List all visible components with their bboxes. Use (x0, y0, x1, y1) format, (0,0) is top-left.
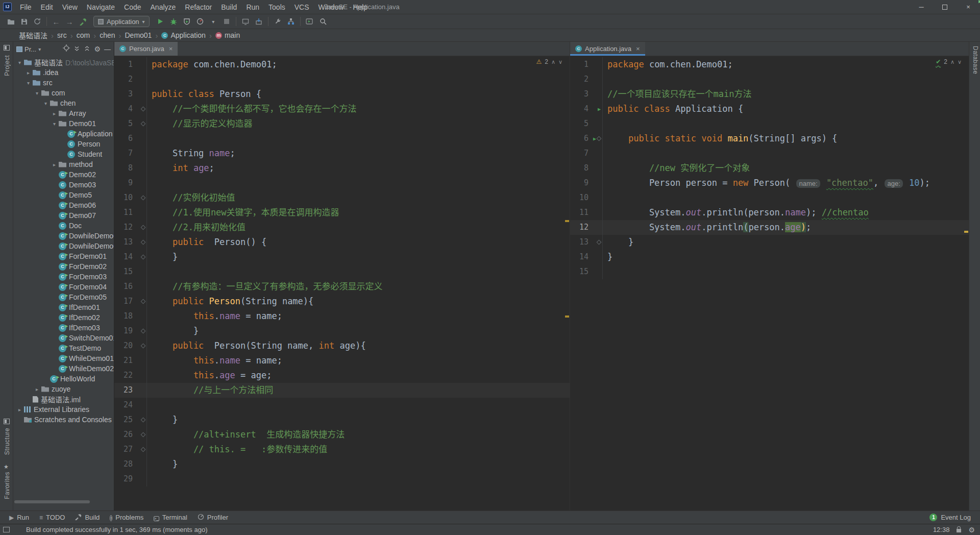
code-line-10[interactable]: 10 //实例化初始值 (114, 190, 570, 205)
toolwindow-button-problems[interactable]: !Problems (110, 514, 143, 521)
hide-panel-icon[interactable]: — (104, 45, 111, 53)
gear-icon[interactable]: ⚙ (94, 45, 101, 53)
chevron-right-icon[interactable]: ▸ (16, 407, 23, 412)
fold-icon[interactable] (135, 235, 147, 250)
fold-icon[interactable] (135, 116, 147, 131)
code-line-16[interactable]: 16 //有参构造：一旦定义了有参构造，无参必须显示定义 (114, 279, 570, 294)
toolwindow-button-run[interactable]: ▶Run (9, 514, 29, 521)
tree-item-TestDemo[interactable]: CTestDemo (13, 343, 114, 353)
code-line-13[interactable]: 13 public Person() { (114, 235, 570, 250)
build-hammer-icon[interactable] (76, 15, 89, 28)
menu-analyze[interactable]: Analyze (146, 0, 181, 14)
code-line-18[interactable]: 18 this.name = name; (114, 309, 570, 324)
code-line-3[interactable]: 3//一个项目应该只存在一个main方法 (570, 87, 969, 102)
breadcrumb-基础语法[interactable]: 基础语法 (17, 30, 49, 40)
code-line-14[interactable]: 14 } (114, 250, 570, 264)
breadcrumb-Application[interactable]: CApplication (160, 31, 207, 39)
toolwindow-switcher-icon[interactable] (3, 527, 10, 532)
project-view-select[interactable]: Pr... ▾ (16, 45, 41, 53)
tree-item-zuoye[interactable]: ▸zuoye (13, 384, 114, 394)
tree-item-WhileDemo01[interactable]: CWhileDemo01 (13, 353, 114, 363)
code-line-4[interactable]: 4 //一个类即使什么都不写，它也会存在一个方法 (114, 102, 570, 116)
code-line-1[interactable]: 1package com.chen.Demo01; (114, 57, 570, 72)
save-icon[interactable] (17, 15, 31, 28)
open-folder-icon[interactable] (4, 15, 17, 28)
menu-build[interactable]: Build (216, 0, 241, 14)
code-line-17[interactable]: 17 public Person(String name){ (114, 294, 570, 309)
code-line-13[interactable]: 13 } (570, 235, 969, 250)
notifications-gear-icon[interactable]: ⚙ (968, 526, 975, 533)
tree-item-ForDemo03[interactable]: CForDemo03 (13, 272, 114, 282)
tree-item-Demo07[interactable]: CDemo07 (13, 210, 114, 221)
code-line-21[interactable]: 21 this.name = name; (114, 353, 570, 368)
code-line-1[interactable]: 1package com.chen.Demo01; (570, 57, 969, 72)
code-line-6[interactable]: 6▶ public static void main(String[] args… (570, 131, 969, 146)
toolwindow-button-terminal[interactable]: >_Terminal (154, 514, 187, 521)
tree-item-ForDemo01[interactable]: CForDemo01 (13, 251, 114, 261)
maximize-icon[interactable] (933, 0, 957, 14)
menu-edit[interactable]: Edit (36, 0, 58, 14)
tree-horizontal-scrollbar[interactable] (14, 500, 90, 503)
tree-item-Application[interactable]: CApplication (13, 129, 114, 139)
person-code-area[interactable]: ⚠ 2 ∧ ∨ 1package com.chen.Demo01;23publi… (114, 56, 570, 510)
run-anything-icon[interactable] (303, 15, 316, 28)
toolwindow-button-todo[interactable]: ≡TODO (39, 514, 65, 521)
code-line-4[interactable]: 4▶public class Application { (570, 102, 969, 116)
code-line-25[interactable]: 25 } (114, 412, 570, 427)
warning-stripe-mark[interactable] (964, 231, 968, 233)
inspection-widget[interactable]: ✔ 2 ∧ ∨ (936, 58, 962, 65)
run-gutter-icon[interactable]: ▶ (591, 131, 603, 146)
tree-item-DowhileDemo01[interactable]: CDowhileDemo01 (13, 231, 114, 241)
code-line-29[interactable]: 29 (114, 472, 570, 487)
lock-icon[interactable] (957, 529, 961, 532)
chevron-down-icon[interactable]: ▾ (25, 80, 32, 86)
wrench-icon[interactable] (271, 15, 284, 28)
forward-icon[interactable]: → (63, 15, 76, 28)
chevron-down-icon[interactable]: ▾ (42, 101, 49, 106)
toolwindow-button-build[interactable]: Build (75, 514, 100, 522)
code-line-3[interactable]: 3public class Person { (114, 87, 570, 102)
back-icon[interactable]: ← (50, 15, 63, 28)
tree-item-Demo01[interactable]: ▾Demo01 (13, 118, 114, 129)
tab-person-java[interactable]: C Person.java × (114, 42, 178, 56)
tool-button-favorites[interactable]: Favorites (4, 472, 11, 499)
warning-stripe-mark[interactable] (565, 315, 569, 318)
favorites-star-icon[interactable]: ★ (4, 464, 9, 470)
sync-icon[interactable] (31, 15, 44, 28)
tree-item-WhileDemo02[interactable]: CWhileDemo02 (13, 363, 114, 374)
tree-item-.idea[interactable]: ▸.idea (13, 67, 114, 78)
menu-navigate[interactable]: Navigate (82, 0, 119, 14)
code-line-27[interactable]: 27 // this. = :参数传进来的值 (114, 442, 570, 457)
tree-item-ForDemo02[interactable]: CForDemo02 (13, 261, 114, 272)
prev-warning-icon[interactable]: ∧ (950, 59, 954, 65)
menu-tools[interactable]: Tools (264, 0, 290, 14)
breadcrumb-chen[interactable]: chen (98, 31, 116, 39)
run-configuration-select[interactable]: Application ▾ (93, 16, 150, 27)
tree-item-基础语法.iml[interactable]: 基础语法.iml (13, 394, 114, 404)
warning-stripe-mark[interactable] (565, 220, 569, 222)
fold-icon[interactable] (135, 412, 147, 427)
menu-run[interactable]: Run (241, 0, 264, 14)
fold-icon[interactable] (135, 427, 147, 442)
search-icon[interactable] (316, 15, 330, 28)
event-log-button[interactable]: 1 Event Log (929, 514, 971, 521)
code-line-9[interactable]: 9 (114, 176, 570, 190)
code-line-15[interactable]: 15 (114, 264, 570, 279)
code-line-11[interactable]: 11 System.out.println(person.name); //ch… (570, 205, 969, 220)
breadcrumb-com[interactable]: com (75, 31, 91, 39)
toolwindow-button-profiler[interactable]: Profiler (198, 514, 228, 522)
tree-item-DowhileDemo02[interactable]: CDowhileDemo02 (13, 241, 114, 251)
tree-item-ForDemo04[interactable]: CForDemo04 (13, 282, 114, 292)
tab-application-java[interactable]: C Application.java × (570, 42, 645, 56)
project-structure-icon[interactable] (284, 15, 298, 28)
tree-item-Person[interactable]: CPerson (13, 139, 114, 149)
tree-item-IfDemo01[interactable]: CIfDemo01 (13, 302, 114, 312)
download-dependencies-icon[interactable] (252, 15, 265, 28)
chevron-right-icon[interactable]: ▸ (25, 70, 32, 76)
debug-bug-icon[interactable] (167, 15, 180, 28)
tree-item-IfDemo02[interactable]: CIfDemo02 (13, 312, 114, 323)
close-icon[interactable]: × (957, 0, 980, 14)
code-line-24[interactable]: 24 (114, 398, 570, 412)
run-icon[interactable] (154, 15, 167, 28)
expand-all-icon[interactable] (74, 44, 80, 54)
